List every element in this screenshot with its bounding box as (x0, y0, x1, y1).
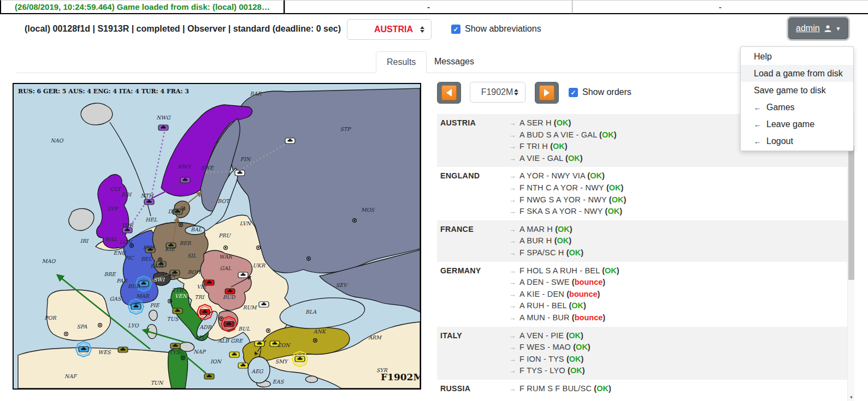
region-label-ruh: RUH (150, 263, 164, 269)
status-cell-3: - (572, 0, 868, 14)
region-label-mar: MAR (136, 293, 150, 299)
order-result: OK (557, 118, 569, 127)
order-result: OK (553, 142, 565, 151)
order-arrow-icon: → (505, 384, 519, 395)
region-label-mos: MOS (361, 207, 375, 213)
menu-item-games[interactable]: ←Games (741, 99, 853, 116)
order-result: OK (568, 154, 580, 163)
tab-messages[interactable]: Messages (424, 51, 485, 73)
region-label-ser: SER (223, 321, 235, 327)
phase-select-value: F1902M (478, 87, 513, 97)
order-result: bounce (575, 278, 603, 286)
region-label-tys: TYS (169, 349, 180, 355)
region-label-sev: SEV (336, 282, 348, 288)
region-label-con: CON (277, 342, 291, 348)
region-label-alb: ALB (217, 338, 229, 344)
region-label-kie: KIE (165, 246, 175, 252)
power-name: ITALY (440, 330, 505, 377)
region-label-bul: BUL (238, 326, 250, 332)
region-label-swi: SWI (153, 277, 165, 283)
unit-marker (144, 199, 154, 205)
power-name: RUSSIA (440, 383, 505, 395)
power-name: ENGLAND (440, 170, 505, 217)
select-arrows-icon (420, 26, 424, 33)
power-select[interactable]: AUSTRIA (347, 19, 432, 40)
region-label-wal: WAL (105, 236, 117, 242)
show-orders-label[interactable]: Show orders (582, 87, 631, 97)
region-label-hol: HOL (143, 244, 156, 250)
order-result: OK (569, 331, 581, 340)
menu-item-logout[interactable]: ←Logout (741, 133, 853, 149)
region-label-bla: BLA (305, 309, 317, 315)
orders-column: →A VEN - PIE (OK)→F WES - MAO (OK)→F ION… (505, 330, 847, 377)
region-label-smy: SMY (275, 358, 289, 364)
order-result: OK (612, 195, 624, 204)
region-label-fin: FIN (240, 156, 251, 162)
unit-marker (255, 341, 264, 346)
show-abbreviations-label[interactable]: Show abbreviations (465, 24, 541, 34)
user-menu-button[interactable]: admin ▼ (788, 17, 848, 39)
orders-column: →A MAR H (OK)→A BUR H (OK)→F SPA/SC H (O… (505, 224, 847, 259)
region-label-nwg: NWG (156, 115, 171, 121)
order-arrow-icon: → (505, 331, 519, 342)
region-label-arm: ARM (368, 334, 382, 340)
game-map: BARNWGSTPNAOFINNWYSWEMOSNTHBOTCLYEDILVPY… (13, 83, 421, 390)
region-label-sil: SIL (187, 253, 197, 259)
order-line: →A KIE - DEN (bounce) (505, 289, 847, 301)
region-label-ber: BER (179, 240, 191, 246)
region-label-tyr: TYR (172, 287, 184, 293)
region-label-spa: SPA (77, 324, 88, 330)
show-abbreviations-checkbox[interactable]: ✓ (451, 25, 460, 34)
unit-marker (229, 352, 239, 357)
unit-marker (118, 347, 128, 352)
order-line: →F HOL S A RUH - BEL (OK) (505, 265, 847, 277)
region-label-vie: VIE (197, 284, 207, 290)
order-arrow-icon: → (505, 277, 519, 289)
region-label-lvp: LVP (108, 206, 119, 212)
order-line: →A MAR H (OK) (505, 224, 847, 236)
orders-column: →A YOR - NWY VIA (OK)→F NTH C A YOR - NW… (505, 170, 847, 217)
scrollbar-down-icon[interactable]: ▼ (848, 395, 855, 400)
results-row-england: ENGLAND→A YOR - NWY VIA (OK)→F NTH C A Y… (437, 167, 847, 220)
orders-column: →F RUM S F BUL/SC (OK) (505, 383, 847, 395)
unit-marker (122, 228, 132, 233)
tab-results[interactable]: Results (376, 51, 427, 73)
menu-item-leave-game[interactable]: ←Leave game (741, 116, 853, 133)
order-result: OK (557, 236, 569, 245)
order-result: OK (576, 343, 588, 351)
power-name: FRANCE (440, 224, 505, 259)
region-label-bot: BOT (217, 198, 230, 204)
region-label-hel: HEL (145, 217, 157, 223)
region-label-adr: ADR (199, 324, 211, 330)
order-arrow-icon: → (505, 289, 519, 301)
region-label-eas: EAS (273, 379, 285, 385)
order-arrow-icon: → (505, 118, 519, 129)
menu-item-help[interactable]: Help (741, 48, 853, 65)
order-line: →A VEN - PIE (OK) (505, 330, 847, 342)
region-label-swe: SWE (200, 165, 214, 171)
region-label-aeg: AEG (251, 368, 264, 374)
menu-item-save-game-to-disk[interactable]: Save game to disk (741, 82, 853, 99)
order-line: →A VIE - GAL (OK) (505, 153, 847, 165)
next-phase-button[interactable] (535, 82, 559, 104)
unit-marker (285, 138, 295, 143)
phase-select[interactable]: F1902M (470, 82, 525, 103)
order-result: OK (569, 355, 581, 363)
results-row-france: FRANCE→A MAR H (OK)→A BUR H (OK)→F SPA/S… (437, 220, 847, 262)
previous-phase-button[interactable] (437, 82, 461, 104)
status-message: (26/08/2019, 10:24:59.464) Game loaded f… (0, 0, 285, 14)
region-label-bel: BEL (141, 256, 152, 262)
order-result: OK (558, 225, 570, 234)
order-result: bounce (569, 290, 598, 298)
order-line: →F ION - TYS (OK) (505, 354, 847, 366)
unit-marker (238, 272, 248, 278)
results-scrollbar[interactable]: ▼ (847, 112, 854, 401)
scrollbar-thumb[interactable] (848, 146, 854, 280)
show-orders-checkbox[interactable]: ✓ (569, 88, 578, 97)
region-label-gal: GAL (220, 265, 232, 271)
user-menu: HelpLoad a game from diskSave game to di… (740, 46, 854, 151)
region-label-pru: PRU (219, 232, 232, 238)
region-label-nap: NAP (193, 349, 206, 355)
menu-item-load-a-game-from-disk[interactable]: Load a game from disk (741, 65, 853, 82)
region-label-lon: LON (120, 239, 133, 245)
